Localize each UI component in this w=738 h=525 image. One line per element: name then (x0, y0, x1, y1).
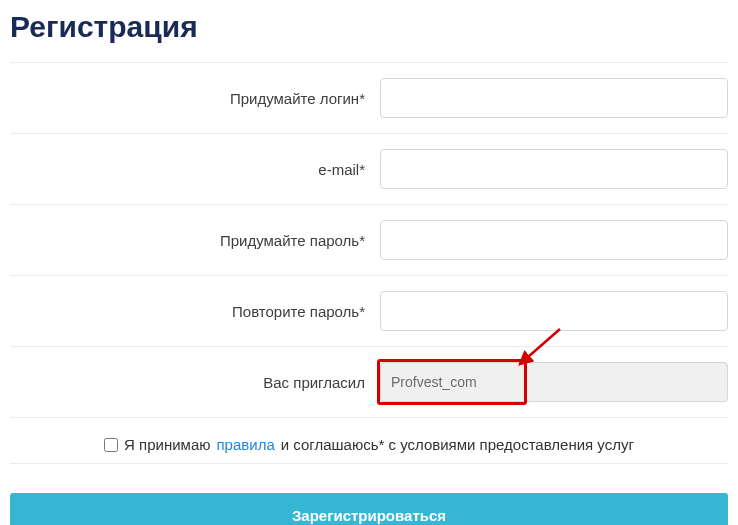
password-confirm-label: Повторите пароль* (10, 303, 380, 320)
password-label: Придумайте пароль* (10, 232, 380, 249)
login-label: Придумайте логин* (10, 90, 380, 107)
row-login: Придумайте логин* (10, 62, 728, 133)
terms-text-pre: Я принимаю (124, 436, 210, 453)
page-title: Регистрация (10, 10, 728, 44)
register-button[interactable]: Зарегистрироваться (10, 493, 728, 525)
referrer-input (380, 362, 728, 402)
row-terms: Я принимаю правила и соглашаюсь* с услов… (10, 417, 728, 463)
password-input[interactable] (380, 220, 728, 260)
password-confirm-input[interactable] (380, 291, 728, 331)
spacer (10, 463, 728, 493)
referrer-label: Вас пригласил (10, 374, 380, 391)
terms-checkbox[interactable] (104, 438, 118, 452)
row-password-confirm: Повторите пароль* (10, 275, 728, 346)
email-label: e-mail* (10, 161, 380, 178)
row-password: Придумайте пароль* (10, 204, 728, 275)
login-input[interactable] (380, 78, 728, 118)
email-input[interactable] (380, 149, 728, 189)
terms-text-post: и соглашаюсь* с условиями предоставления… (281, 436, 634, 453)
row-email: e-mail* (10, 133, 728, 204)
terms-link[interactable]: правила (216, 436, 274, 453)
row-referrer: Вас пригласил (10, 346, 728, 417)
